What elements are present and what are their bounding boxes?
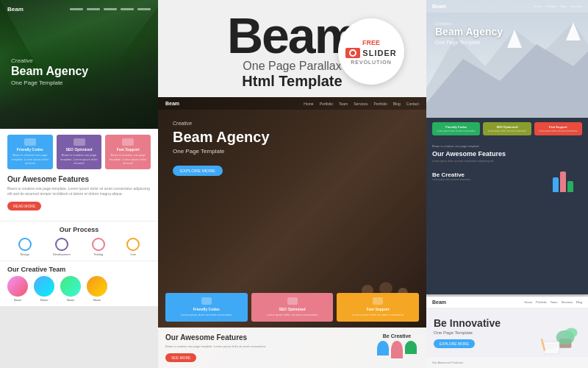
left-nav-link <box>87 8 100 10</box>
left-hero-content: Creative Beam Agency One Page Template <box>11 57 88 86</box>
right-nav-items: Home Portfolio Team Services <box>534 4 582 8</box>
left-team-name-3: Name <box>60 298 81 302</box>
left-team-title: Our Creative Team <box>7 266 151 273</box>
right-nav-services: Services <box>571 4 582 8</box>
left-nav: Beam <box>0 6 158 13</box>
left-team-avatar-4 <box>87 276 107 297</box>
left-awesome-text: Beam is creative one page template. Lore… <box>7 186 151 197</box>
left-feature-icon-3 <box>122 138 134 146</box>
center-card-text-3: Lorem ipsum dolor sit amet consectetur <box>341 313 415 317</box>
center-card-friendly: Friendly Codes Lorem ipsum dolor sit ame… <box>165 293 248 322</box>
center-preview-title: Beam Agency <box>173 128 412 146</box>
center-awesome-left: Our Awesome Features Beam is creative on… <box>165 333 368 362</box>
right-bottom-nav-services: Services <box>562 300 573 304</box>
left-feature-title-2: SEO Optimized <box>60 147 99 152</box>
left-process-title: Our Process <box>7 226 151 233</box>
right-panel: Beam Home Portfolio Team Services Creati… <box>426 0 588 368</box>
be-creative-illustration: Be Creative <box>375 333 419 358</box>
left-process-circle-4 <box>126 238 140 251</box>
left-process-label-2: Development <box>53 252 71 256</box>
left-nav-link <box>137 8 151 10</box>
center-nav-team: Team <box>339 102 348 106</box>
left-process-circle-1 <box>18 238 32 251</box>
left-process-steps: Design Development Testing Live <box>7 238 151 256</box>
left-creative-label: Creative <box>11 57 88 64</box>
center-nav-portfolio2: Portfolio <box>373 102 387 106</box>
left-hero-title: Beam Agency <box>11 64 88 78</box>
left-nav-link <box>104 8 117 10</box>
center-nav-blog: Blog <box>393 102 401 106</box>
right-bottom-nav-portfolio: Portfolio <box>536 300 547 304</box>
right-bottom-logo: Beam <box>432 300 446 305</box>
center-preview: Beam Home Portfolio Team Services Portfo… <box>158 97 426 368</box>
center-preview-content: Creative Beam Agency One Page Template E… <box>158 110 426 287</box>
main-container: Beam Creative Beam Agency One Page Templ… <box>0 0 588 368</box>
slider-logo-inner <box>349 49 356 57</box>
left-read-more-btn[interactable]: READ MORE <box>7 202 41 210</box>
center-card-text-2: Lorem ipsum dolor sit amet consectetur <box>256 313 329 317</box>
left-awesome-section: Our Awesome Features Beam is creative on… <box>7 175 151 215</box>
left-feature-card-friendly: Friendly Codes Beam is creative one page… <box>7 135 53 169</box>
center-panel: Beam One Page Parallax Html Template Fre… <box>158 0 426 368</box>
right-feature-text-1: Lorem ipsum dolor sit amet consectetur <box>435 130 477 132</box>
left-features-section: Friendly Codes Beam is creative one page… <box>0 129 158 221</box>
left-feature-card-support: Fast Support Beam is creative one page t… <box>105 135 151 169</box>
right-hero: Beam Home Portfolio Team Services Creati… <box>426 0 588 118</box>
left-logo: Beam <box>7 6 24 13</box>
left-team-member-3: Name <box>60 276 81 302</box>
right-feature-title-2: SEO Optimized <box>486 125 528 129</box>
svg-point-13 <box>565 328 578 337</box>
right-feature-card-3: Fast Support Lorem ipsum dolor sit amet … <box>534 122 582 135</box>
center-explore-btn[interactable]: EXPLORE MORE <box>173 166 223 176</box>
left-feature-icon-2 <box>74 138 85 146</box>
right-feature-text-3: Lorem ipsum dolor sit amet consectetur <box>537 130 579 132</box>
right-hero-title: Beam Agency <box>435 26 579 38</box>
right-bottom-nav-blog: Blog <box>576 300 582 304</box>
right-bottom-nav-items: Home Portfolio Team Services Blog <box>525 300 583 304</box>
right-bottom-content: Be Innovative One Page Template EXPLORE … <box>434 317 501 348</box>
left-team-member-2: Name <box>34 276 54 302</box>
right-bottom-subtitle: One Page Template <box>434 330 501 335</box>
center-nav-portfolio: Portfolio <box>320 102 333 106</box>
right-bottom-btn[interactable]: EXPLORE MORE <box>434 339 475 348</box>
right-top-preview: Beam Home Portfolio Team Services Creati… <box>426 0 588 294</box>
center-preview-creative: Creative <box>173 121 412 126</box>
left-team-member-4: Name <box>87 276 107 302</box>
center-awesome-right: Be Creative <box>375 333 419 358</box>
left-feature-desc-3: Beam is creative one page template. Lore… <box>108 153 148 166</box>
center-see-more-btn[interactable]: SEE MORE <box>165 353 196 362</box>
slider-icon-row: SLIDER <box>345 48 396 58</box>
center-card-title-1: Friendly Codes <box>170 307 243 311</box>
right-feature-text-2: Lorem ipsum dolor sit amet consectetur <box>486 130 528 132</box>
left-feature-title-3: Fast Support <box>108 147 148 152</box>
center-card-support: Fast Support Lorem ipsum dolor sit amet … <box>337 293 419 322</box>
right-bottom-preview: Beam Home Portfolio Team Services Blog <box>426 297 588 368</box>
slider-logo-icon <box>345 48 360 58</box>
left-feature-desc-1: Beam is creative one page template. Lore… <box>10 153 50 166</box>
right-be-creative-chart <box>553 171 582 192</box>
right-nav-portfolio: Portfolio <box>545 4 556 8</box>
center-card-seo: SEO Optimized Lorem ipsum dolor sit amet… <box>251 293 334 322</box>
right-bottom-title: Be Innovative <box>434 317 501 329</box>
left-team-name-1: Name <box>7 298 28 302</box>
right-be-creative-section: Be Creative Lorem ipsum dolor sit amet c… <box>426 168 588 196</box>
right-feature-card-2: SEO Optimized Lorem ipsum dolor sit amet… <box>483 122 531 135</box>
center-card-title-2: SEO Optimized <box>256 307 329 311</box>
center-card-icon-3 <box>373 297 383 305</box>
right-nav-team: Team <box>560 4 567 8</box>
left-team-member-1: Name <box>7 276 28 302</box>
right-bottom-hero: Be Innovative One Page Template EXPLORE … <box>426 308 588 357</box>
right-bottom-nav-home: Home <box>525 300 533 304</box>
left-process-label-4: Live <box>126 252 140 256</box>
center-card-icon-2 <box>287 297 298 305</box>
right-features: Friendly Codes Lorem ipsum dolor sit ame… <box>426 118 588 140</box>
right-feature-card-1: Friendly Codes Lorem ipsum dolor sit ame… <box>432 122 480 135</box>
left-feature-title-1: Friendly Codes <box>10 147 50 152</box>
left-hero-subtitle: One Page Template <box>11 79 88 86</box>
right-be-creative-text: Lorem ipsum dolor sit amet consectetur <box>432 178 548 181</box>
right-hero-subtitle: One Page Template <box>435 40 579 45</box>
left-feature-icon-1 <box>24 138 36 146</box>
slider-text: SLIDER <box>362 49 396 57</box>
left-team-avatar-3 <box>60 276 81 297</box>
right-awesome-title: Our Awesome Features <box>432 150 582 158</box>
